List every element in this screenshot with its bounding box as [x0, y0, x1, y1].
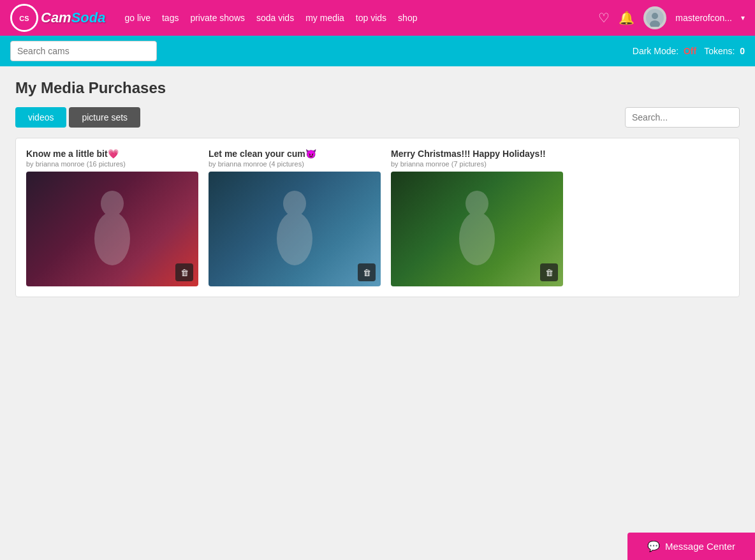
svg-point-10: [459, 212, 495, 265]
tokens-count: 0: [740, 46, 745, 56]
thumbnail-figure: [26, 172, 198, 286]
thumbnail-figure: [209, 172, 381, 286]
nav-private-shows[interactable]: private shows: [190, 13, 245, 23]
media-grid: Know me a little bit💗 by brianna monroe …: [26, 149, 729, 286]
username-label[interactable]: masterofcon...: [675, 13, 732, 23]
list-item[interactable]: Merry Christmas!!! Happy Holidays!! by b…: [391, 149, 563, 286]
page-title: My Media Purchases: [15, 79, 740, 97]
figure-icon: [451, 188, 502, 270]
tab-picture-sets[interactable]: picture sets: [69, 107, 140, 128]
tab-search-container: [625, 107, 740, 128]
nav-tags[interactable]: tags: [162, 13, 179, 23]
media-card-title: Let me clean your cum😈: [209, 149, 381, 159]
media-card-subtitle: by brianna monroe (4 pictures): [209, 160, 381, 168]
svg-point-3: [652, 13, 658, 19]
media-search-input[interactable]: [625, 107, 740, 128]
top-nav: CS CamSoda go live tags private shows so…: [0, 0, 755, 36]
nav-soda-vids[interactable]: soda vids: [256, 13, 294, 23]
media-grid-container: Know me a little bit💗 by brianna monroe …: [15, 138, 740, 297]
thumbnail-figure: [391, 172, 563, 286]
figure-icon: [87, 188, 138, 270]
svg-text:CS: CS: [19, 15, 29, 22]
svg-point-8: [277, 212, 312, 265]
message-icon: 💬: [647, 540, 660, 552]
media-card-title: Merry Christmas!!! Happy Holidays!!: [391, 149, 563, 159]
message-center[interactable]: 💬 Message Center: [627, 533, 755, 560]
tabs-row: videos picture sets: [15, 107, 740, 128]
search-bar: Dark Mode: Off Tokens: 0: [0, 36, 755, 66]
avatar[interactable]: [643, 6, 666, 29]
delete-button[interactable]: 🗑: [175, 263, 193, 281]
media-thumbnail[interactable]: 🗑: [391, 172, 563, 286]
logo[interactable]: CS CamSoda: [10, 4, 105, 32]
logo-icon: CS: [12, 6, 36, 30]
svg-point-6: [94, 212, 130, 265]
media-card-title: Know me a little bit💗: [26, 149, 198, 159]
main-content: My Media Purchases videos picture sets K…: [0, 66, 755, 310]
figure-icon: [269, 188, 320, 270]
logo-circle: CS: [10, 4, 38, 32]
dropdown-icon[interactable]: ▾: [741, 13, 745, 22]
list-item[interactable]: Know me a little bit💗 by brianna monroe …: [26, 149, 198, 286]
dark-mode-label: Dark Mode: Off: [633, 46, 696, 56]
delete-button[interactable]: 🗑: [358, 263, 376, 281]
tokens-label: Tokens: 0: [704, 46, 745, 56]
dark-mode-value[interactable]: Off: [684, 46, 696, 56]
media-card-subtitle: by brianna monroe (7 pictures): [391, 160, 563, 168]
list-item[interactable]: Let me clean your cum😈 by brianna monroe…: [209, 149, 381, 286]
search-input[interactable]: [10, 41, 157, 61]
media-thumbnail[interactable]: 🗑: [209, 172, 381, 286]
avatar-icon: [646, 9, 664, 27]
nav-links: go live tags private shows soda vids my …: [124, 13, 585, 23]
media-card-subtitle: by brianna monroe (16 pictures): [26, 160, 198, 168]
logo-text: CamSoda: [41, 10, 105, 26]
nav-go-live[interactable]: go live: [124, 13, 150, 23]
search-bar-right: Dark Mode: Off Tokens: 0: [633, 46, 745, 56]
bell-icon[interactable]: 🔔: [619, 10, 634, 26]
nav-top-vids[interactable]: top vids: [356, 13, 386, 23]
message-center-label: Message Center: [665, 541, 735, 552]
delete-button[interactable]: 🗑: [540, 263, 558, 281]
media-thumbnail[interactable]: 🗑: [26, 172, 198, 286]
nav-shop[interactable]: shop: [398, 13, 417, 23]
nav-my-media[interactable]: my media: [305, 13, 344, 23]
nav-right: ♡ 🔔 masterofcon... ▾: [598, 6, 745, 29]
heart-icon[interactable]: ♡: [598, 10, 610, 26]
tab-videos[interactable]: videos: [15, 107, 66, 128]
